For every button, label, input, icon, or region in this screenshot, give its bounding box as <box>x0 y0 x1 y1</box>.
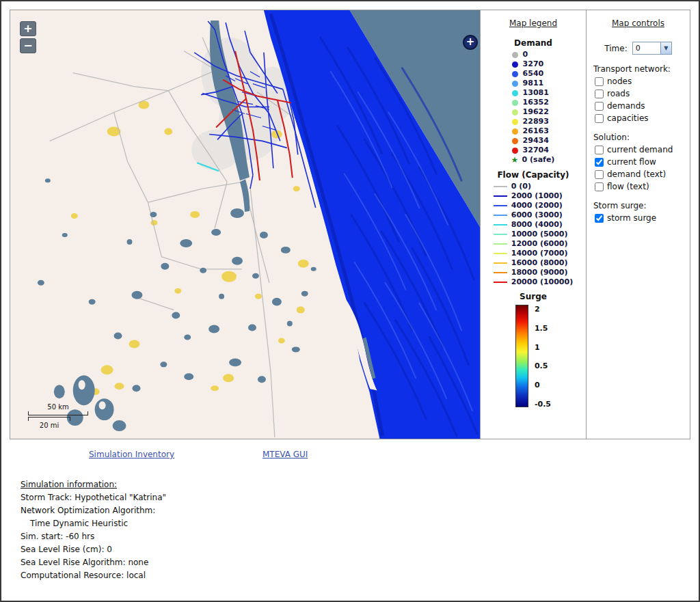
checkbox-row-capacities[interactable]: capacities <box>595 113 683 123</box>
legend-demand-row: 19622 <box>512 107 555 117</box>
surge-tick: 0.5 <box>535 361 551 370</box>
time-label: Time: <box>604 44 627 53</box>
flow-section-title: Flow (Capacity) <box>483 170 583 180</box>
current-demand-checkbox[interactable] <box>595 146 604 154</box>
map-scalebar: 50 km 20 mi <box>28 403 88 429</box>
checkbox-label: nodes <box>607 77 632 86</box>
app-frame: + − + 50 km 20 mi Map legend Demand 0 32… <box>0 0 700 602</box>
simulation-info-title: Simulation information: <box>21 478 166 491</box>
storm-surge-checkbox[interactable] <box>595 214 604 223</box>
controls-panel: Map controls Time: 0 ▼ Transport network… <box>586 10 690 439</box>
legend-flow-row: 12000 (6000) <box>494 239 573 249</box>
checkbox-label: demands <box>607 101 645 111</box>
surge-colorbar-wrap: 2 1.5 1 0.5 0 -0.5 <box>483 305 583 409</box>
demand-swatch <box>512 148 518 154</box>
checkbox-row-roads[interactable]: roads <box>595 89 683 98</box>
demand-label: 9811 <box>523 79 544 88</box>
roads-checkbox[interactable] <box>595 90 604 98</box>
checkbox-row-current-demand[interactable]: current demand <box>595 145 683 154</box>
checkbox-row-nodes[interactable]: nodes <box>595 77 683 86</box>
zoom-out-button[interactable]: − <box>20 38 36 53</box>
simulation-inventory-link[interactable]: Simulation Inventory <box>89 450 174 459</box>
surge-tick: 0 <box>535 381 551 389</box>
checkbox-row-storm-surge[interactable]: storm surge <box>595 213 683 223</box>
flow-swatch <box>494 205 507 206</box>
flow-swatch <box>494 195 507 197</box>
legend-flow-row: 16000 (8000) <box>494 258 573 268</box>
capacities-checkbox[interactable] <box>595 114 604 123</box>
legend-flow-row: 20000 (10000) <box>494 277 573 287</box>
top-area: + − + 50 km 20 mi Map legend Demand 0 32… <box>10 10 690 439</box>
zoom-in-button[interactable]: + <box>20 21 36 36</box>
flow-swatch <box>494 186 507 187</box>
checkbox-label: capacities <box>607 113 649 123</box>
flow-legend-rows: 0 (0) 2000 (1000) 4000 (2000) 6000 (3000… <box>494 182 573 287</box>
legend-demand-row: 9811 <box>512 79 555 88</box>
mteva-gui-link[interactable]: MTEVA GUI <box>262 450 308 459</box>
checkbox-label: current flow <box>607 157 656 167</box>
safe-star-icon: ★ <box>511 156 519 163</box>
checkbox-label: storm surge <box>607 213 656 223</box>
demand-section-title: Demand <box>483 38 583 48</box>
checkbox-row-current-flow[interactable]: current flow <box>595 157 683 167</box>
legend-flow-row: 0 (0) <box>494 182 573 191</box>
flow-text-checkbox[interactable] <box>595 182 604 191</box>
legend-flow-row: 18000 (9000) <box>494 268 573 277</box>
demand-swatch <box>512 61 518 68</box>
surge-tick: 1.5 <box>535 324 551 333</box>
surge-tick: -0.5 <box>535 400 551 409</box>
legend-flow-row: 14000 (7000) <box>494 249 573 258</box>
legend-demand-row: 13081 <box>512 88 555 98</box>
flow-swatch <box>494 234 507 235</box>
zoom-controls: + − <box>20 21 36 53</box>
flow-swatch <box>494 243 507 245</box>
simulation-info: Simulation information: Storm Track: Hyp… <box>21 478 166 582</box>
flow-label: 0 (0) <box>511 182 531 191</box>
sim-info-line: Sea Level Rise (cm): 0 <box>21 543 166 556</box>
flow-label: 6000 (3000) <box>511 210 563 220</box>
sim-info-line: Sea Level Rise Algorithm: none <box>21 556 166 569</box>
sim-info-line: Time Dynamic Heuristic <box>21 517 166 530</box>
checkbox-label: roads <box>607 89 630 98</box>
nodes-checkbox[interactable] <box>595 77 604 86</box>
sim-info-line: Sim. start: -60 hrs <box>21 530 166 543</box>
demand-swatch <box>512 52 518 58</box>
surge-section-title: Surge <box>483 292 583 301</box>
demands-checkbox[interactable] <box>595 102 604 111</box>
flow-swatch <box>494 215 507 216</box>
time-select-value: 0 <box>633 44 660 53</box>
scale-km-bar <box>28 411 88 415</box>
surge-ticks: 2 1.5 1 0.5 0 -0.5 <box>535 305 551 409</box>
demand-swatch <box>512 138 518 144</box>
checkbox-label: current demand <box>607 145 673 154</box>
legend-panel: Map legend Demand 0 3270 6540 9811 13081… <box>480 10 587 439</box>
sim-info-line: Network Optimization Algorithm: <box>21 504 166 517</box>
flow-swatch <box>494 224 507 225</box>
solution-group-label: Solution: <box>593 133 683 142</box>
time-select[interactable]: 0 ▼ <box>632 42 672 55</box>
flow-label: 12000 (6000) <box>511 239 568 249</box>
legend-demand-row: 0 <box>512 50 555 59</box>
flow-label: 4000 (2000) <box>511 201 563 210</box>
map-panel: + − + 50 km 20 mi <box>10 10 481 439</box>
checkbox-row-flow-text[interactable]: flow (text) <box>595 182 683 191</box>
demand-label: 0 <box>523 50 528 59</box>
legend-flow-row: 8000 (4000) <box>494 220 573 230</box>
legend-title: Map legend <box>509 18 557 28</box>
flow-swatch <box>494 282 507 283</box>
demand-safe-label: 0 (safe) <box>522 155 555 165</box>
checkbox-row-demand-text[interactable]: demand (text) <box>595 169 683 179</box>
demand-text-checkbox[interactable] <box>595 170 604 179</box>
legend-demand-row: 6540 <box>512 69 555 79</box>
legend-flow-row: 2000 (1000) <box>494 191 573 201</box>
current-flow-checkbox[interactable] <box>595 158 604 167</box>
legend-flow-row: 10000 (5000) <box>494 230 573 239</box>
map-canvas[interactable] <box>10 10 480 439</box>
demand-label: 16352 <box>523 98 549 107</box>
checkbox-row-demands[interactable]: demands <box>595 101 683 111</box>
sim-info-line: Storm Track: Hypothetical "Katrina" <box>21 491 166 504</box>
demand-swatch <box>512 109 518 115</box>
scale-mi-bar <box>28 417 70 421</box>
demand-label: 26163 <box>523 126 549 136</box>
expand-panel-button[interactable]: + <box>463 35 478 50</box>
